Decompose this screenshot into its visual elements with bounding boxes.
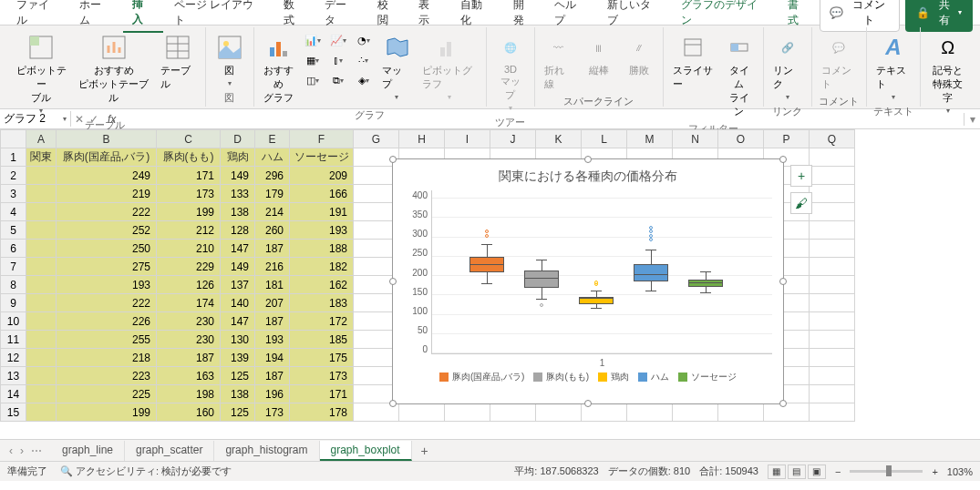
tab-next-icon[interactable]: › (20, 444, 24, 457)
row-header[interactable]: 3 (1, 185, 26, 203)
col-header-H[interactable]: H (399, 130, 445, 148)
cell[interactable]: 140 (221, 294, 255, 312)
col-header-B[interactable]: B (57, 130, 157, 148)
column-chart-button[interactable]: 📊▾ (302, 31, 324, 49)
pivottable-button[interactable]: ピボットテー ブル▾ (11, 31, 71, 117)
cell[interactable]: 209 (290, 167, 354, 185)
resize-handle[interactable] (779, 278, 787, 285)
row-header[interactable]: 4 (1, 203, 26, 221)
hierarchy-chart-button[interactable]: ▦▾ (302, 51, 324, 69)
col-header-N[interactable]: N (673, 130, 718, 148)
cell[interactable]: 173 (255, 403, 290, 422)
cell[interactable] (26, 294, 57, 312)
cell[interactable]: 260 (255, 221, 290, 240)
legend-item[interactable]: ハム (638, 371, 669, 383)
line-chart-button[interactable]: 📈▾ (327, 31, 349, 49)
name-box[interactable]: グラフ 2▾ (0, 111, 71, 127)
row-header[interactable]: 15 (1, 403, 26, 422)
cell[interactable] (26, 240, 57, 258)
symbols-button[interactable]: Ω記号と 特殊文字▾ (926, 31, 969, 117)
cell[interactable]: 193 (290, 221, 354, 240)
col-header-K[interactable]: K (536, 130, 582, 148)
recommend-chart-button[interactable]: おすすめ グラフ (260, 31, 298, 107)
cell[interactable]: 豚肉(もも) (157, 148, 221, 167)
cell[interactable]: 296 (255, 167, 290, 185)
cell[interactable]: 230 (157, 331, 221, 349)
timeline-button[interactable]: タイム ライン (721, 31, 758, 120)
cell[interactable] (26, 349, 57, 367)
cell[interactable]: 252 (57, 221, 157, 240)
cell[interactable]: 147 (221, 240, 255, 258)
cell[interactable]: 225 (57, 385, 157, 403)
cell[interactable]: 275 (57, 258, 157, 276)
cell[interactable]: 138 (221, 203, 255, 221)
zoom-level[interactable]: 103% (947, 466, 973, 477)
sparkline-line-button[interactable]: 〰折れ線 (541, 31, 577, 93)
cell[interactable] (26, 276, 57, 294)
cell[interactable]: 181 (255, 276, 290, 294)
col-header-P[interactable]: P (764, 130, 810, 148)
surface-chart-button[interactable]: ◈▾ (353, 71, 375, 89)
legend-item[interactable]: ソーセージ (678, 371, 737, 383)
cell[interactable] (26, 312, 57, 331)
resize-handle[interactable] (779, 156, 787, 163)
cell[interactable]: 229 (157, 258, 221, 276)
cell[interactable]: 174 (157, 294, 221, 312)
cell[interactable] (26, 331, 57, 349)
cell[interactable]: 171 (290, 385, 354, 403)
col-header-Q[interactable]: Q (810, 130, 855, 148)
zoom-in-button[interactable]: + (932, 466, 937, 477)
row-header[interactable]: 11 (1, 331, 26, 349)
slicer-button[interactable]: スライサー (669, 31, 717, 93)
col-header-A[interactable]: A (26, 130, 57, 148)
col-header-C[interactable]: C (157, 130, 221, 148)
chart-plot-area[interactable]: 1 (431, 190, 772, 354)
cell[interactable]: 219 (57, 185, 157, 203)
col-header-I[interactable]: I (445, 130, 490, 148)
cell[interactable]: 230 (157, 312, 221, 331)
cell[interactable]: 鶏肉 (221, 148, 255, 167)
cell[interactable]: 207 (255, 294, 290, 312)
legend-item[interactable]: 豚肉(国産品,バラ) (439, 371, 524, 383)
cell[interactable]: 125 (221, 403, 255, 422)
statistic-chart-button[interactable]: ⫿▾ (327, 51, 349, 69)
col-header-G[interactable]: G (354, 130, 399, 148)
cell[interactable] (26, 403, 57, 422)
row-header[interactable]: 12 (1, 349, 26, 367)
cell[interactable]: 249 (57, 167, 157, 185)
tab-prev-icon[interactable]: ‹ (9, 444, 13, 457)
resize-handle[interactable] (389, 400, 397, 407)
cell[interactable] (26, 167, 57, 185)
cell[interactable]: 163 (157, 367, 221, 385)
illustrations-button[interactable]: 図▾ (211, 31, 248, 89)
chart-elements-button[interactable]: + (790, 165, 812, 187)
row-header[interactable]: 8 (1, 276, 26, 294)
cell[interactable]: 126 (157, 276, 221, 294)
cell[interactable]: 171 (157, 167, 221, 185)
cell[interactable]: 139 (221, 349, 255, 367)
scatter-chart-button[interactable]: ∴▾ (353, 51, 375, 69)
row-header[interactable]: 9 (1, 294, 26, 312)
chart-title[interactable]: 関東における各種肉の価格分布 (393, 159, 783, 190)
sheet-tab[interactable]: graph_line (51, 441, 125, 461)
waterfall-chart-button[interactable]: ◫▾ (302, 71, 324, 89)
col-header-F[interactable]: F (290, 130, 354, 148)
cell[interactable]: 199 (57, 403, 157, 422)
cell[interactable]: 187 (255, 240, 290, 258)
col-header-J[interactable]: J (490, 130, 536, 148)
cell[interactable]: 226 (57, 312, 157, 331)
view-normal-button[interactable]: ▦ (768, 464, 786, 479)
cell[interactable] (26, 185, 57, 203)
resize-handle[interactable] (584, 156, 592, 163)
cell[interactable] (26, 258, 57, 276)
cell[interactable]: 188 (290, 240, 354, 258)
cell[interactable]: 172 (290, 312, 354, 331)
resize-handle[interactable] (779, 400, 787, 407)
cell[interactable]: 222 (57, 294, 157, 312)
pie-chart-button[interactable]: ◔▾ (353, 31, 375, 49)
fx-icon[interactable]: fx (102, 113, 121, 126)
cancel-icon[interactable]: ✕ (75, 113, 84, 126)
cell[interactable] (26, 367, 57, 385)
cell[interactable]: 137 (221, 276, 255, 294)
legend-item[interactable]: 豚肉(もも) (533, 371, 589, 383)
